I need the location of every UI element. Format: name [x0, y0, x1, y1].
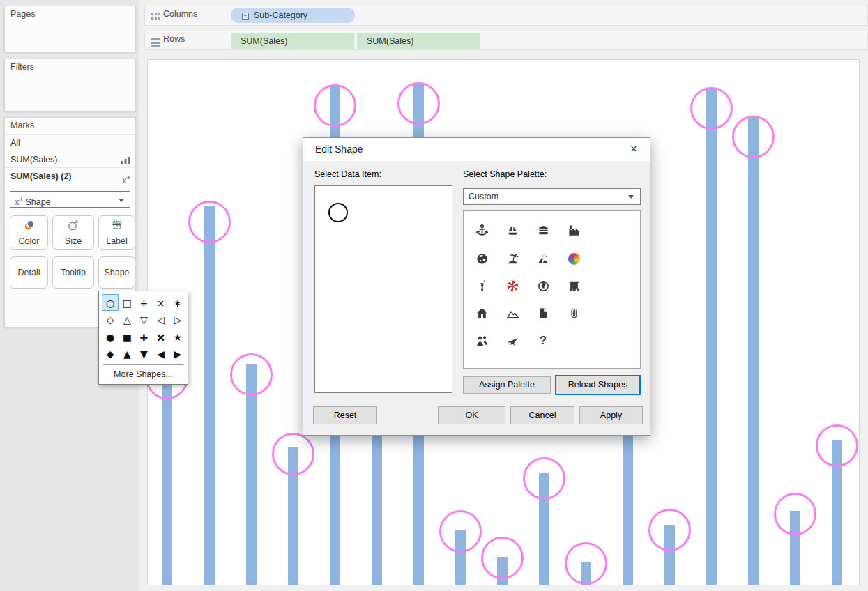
- chart-bar[interactable]: [706, 89, 717, 585]
- chart-bar[interactable]: [246, 364, 257, 585]
- volcano-shape-icon[interactable]: [535, 250, 551, 267]
- tooltip-button[interactable]: Tooltip: [52, 256, 94, 289]
- detail-button[interactable]: Detail: [10, 256, 48, 289]
- pill-measure[interactable]: SUM(Sales): [357, 33, 480, 49]
- close-icon[interactable]: ×: [623, 141, 644, 158]
- shape-option-plus-bold[interactable]: +: [135, 328, 152, 345]
- rows-label: Rows: [163, 34, 185, 44]
- chart-bar[interactable]: [748, 118, 759, 585]
- chart-circle-mark[interactable]: [272, 433, 314, 475]
- reload-shapes-button[interactable]: Reload Shapes: [555, 375, 641, 395]
- house-shape-icon[interactable]: [473, 305, 490, 321]
- rows-icon: [151, 37, 162, 49]
- hamburger-shape-icon[interactable]: [535, 222, 551, 238]
- filters-shelf[interactable]: Filters: [4, 59, 136, 112]
- shape-button[interactable]: Shape: [98, 256, 135, 289]
- shape-option-plus[interactable]: +: [135, 294, 152, 311]
- shape-option-triangle-up-outline[interactable]: △: [119, 311, 135, 328]
- shape-option-square-filled[interactable]: ■: [119, 328, 135, 345]
- shape-option-x-bold[interactable]: ×: [153, 328, 169, 345]
- marks-card-row[interactable]: SUM(Sales): [5, 151, 135, 167]
- shape-option-triangle-left-filled[interactable]: ◀: [153, 345, 169, 362]
- book-shape-icon[interactable]: [535, 305, 551, 321]
- pill-dimension[interactable]: +Sub-Category: [231, 8, 355, 23]
- shape-option-triangle-right-outline[interactable]: ▷: [169, 311, 186, 328]
- factory-shape-icon[interactable]: [565, 222, 582, 238]
- shape-option-x[interactable]: ×: [153, 294, 169, 311]
- shape-option-circle-filled[interactable]: ●: [102, 328, 119, 345]
- shape-option-asterisk[interactable]: ∗: [169, 294, 186, 311]
- shape-option-circle-outline[interactable]: ○: [102, 294, 119, 311]
- anchor-shape-icon[interactable]: [473, 222, 490, 238]
- dialog-titlebar[interactable]: Edit Shape ×: [303, 138, 650, 161]
- apply-button[interactable]: Apply: [579, 406, 643, 424]
- shape-option-triangle-down-outline[interactable]: ▽: [135, 311, 152, 328]
- shape-option-triangle-right-filled[interactable]: ▶: [169, 345, 186, 362]
- chart-circle-mark[interactable]: [732, 116, 775, 158]
- chart-circle-mark[interactable]: [648, 509, 691, 551]
- edit-shape-dialog: Edit Shape × Select Data Item: Select Sh…: [303, 137, 650, 436]
- tableau-workspace: Pages Filters Marks AllSUM(Sales)SUM(Sal…: [0, 0, 868, 591]
- lollipop-shape-icon[interactable]: [565, 250, 582, 267]
- marks-rows: AllSUM(Sales)SUM(Sales) (2)x+: [5, 134, 135, 184]
- ok-button[interactable]: OK: [438, 406, 505, 424]
- shape-palette-box[interactable]: ?: [463, 210, 641, 369]
- chart-circle-mark[interactable]: [481, 537, 524, 579]
- chart-circle-mark[interactable]: [230, 353, 273, 396]
- mountain-shape-icon[interactable]: [504, 305, 521, 321]
- columns-pills: +Sub-Category: [231, 8, 355, 23]
- more-shapes-button[interactable]: More Shapes...: [99, 369, 188, 379]
- pages-title: Pages: [5, 6, 135, 22]
- airplane-shape-icon[interactable]: [504, 332, 521, 349]
- expand-plus-icon[interactable]: +: [242, 13, 249, 20]
- size-button[interactable]: Size: [52, 215, 94, 250]
- paperclip-shape-icon[interactable]: [565, 305, 582, 321]
- reset-button[interactable]: Reset: [313, 406, 377, 424]
- chart-circle-mark[interactable]: [397, 82, 440, 125]
- statue-of-liberty-shape-icon[interactable]: [473, 277, 490, 294]
- shape-option-square-outline[interactable]: □: [119, 294, 135, 311]
- shape-option-triangle-up-filled[interactable]: ▲: [119, 345, 135, 362]
- data-item-shape-circle[interactable]: [328, 203, 348, 222]
- chart-circle-mark[interactable]: [188, 201, 231, 243]
- rows-shelf[interactable]: Rows SUM(Sales)SUM(Sales): [144, 31, 868, 50]
- sailboat-shape-icon[interactable]: [504, 222, 521, 238]
- columns-icon: [151, 11, 162, 24]
- marks-card-row[interactable]: SUM(Sales) (2)x+: [5, 167, 135, 184]
- chevron-down-icon: [119, 199, 124, 202]
- color-button[interactable]: Color: [10, 215, 48, 250]
- peppermint-candy-shape-icon[interactable]: [504, 277, 521, 294]
- chart-circle-mark[interactable]: [690, 87, 733, 130]
- chart-circle-mark[interactable]: [523, 457, 565, 500]
- data-item-list[interactable]: [314, 185, 452, 393]
- globe-asia-shape-icon[interactable]: [473, 250, 490, 267]
- globe-africa-shape-icon[interactable]: [535, 277, 551, 294]
- mark-type-dropdown[interactable]: x+ Shape: [10, 191, 130, 208]
- shape-option-star-filled[interactable]: ★: [169, 328, 186, 345]
- chart-bar[interactable]: [162, 370, 172, 585]
- chart-bar[interactable]: [204, 206, 215, 585]
- chart-circle-mark[interactable]: [439, 510, 482, 553]
- chart-circle-mark[interactable]: [314, 84, 356, 127]
- shape-option-diamond-outline[interactable]: ◇: [102, 311, 119, 328]
- rows-pills: SUM(Sales)SUM(Sales): [231, 33, 480, 49]
- chart-circle-mark[interactable]: [774, 493, 816, 535]
- pages-shelf[interactable]: Pages: [4, 6, 136, 52]
- cancel-button[interactable]: Cancel: [510, 406, 574, 424]
- shape-option-triangle-down-filled[interactable]: ▼: [135, 345, 152, 362]
- pill-measure[interactable]: SUM(Sales): [231, 33, 354, 49]
- shape-type-popup: ○□+×∗◇△▽◁▷●■+×★◆▲▼◀▶ More Shapes...: [98, 291, 188, 385]
- people-shape-icon[interactable]: [473, 332, 490, 349]
- columns-shelf[interactable]: Columns +Sub-Category: [144, 6, 868, 26]
- label-button[interactable]: Abc123Label: [98, 215, 135, 250]
- chart-circle-mark[interactable]: [565, 542, 607, 585]
- ruins-building-shape-icon[interactable]: [565, 277, 582, 294]
- assign-palette-button[interactable]: Assign Palette: [463, 376, 551, 394]
- shape-option-triangle-left-outline[interactable]: ◁: [153, 311, 169, 328]
- shape-option-diamond-filled[interactable]: ◆: [102, 345, 119, 362]
- palm-island-shape-icon[interactable]: [504, 250, 521, 267]
- palette-select[interactable]: Custom: [463, 188, 641, 205]
- chart-circle-mark[interactable]: [816, 424, 858, 467]
- marks-card-row[interactable]: All: [5, 134, 135, 151]
- question-mark-shape-icon[interactable]: ?: [535, 332, 551, 349]
